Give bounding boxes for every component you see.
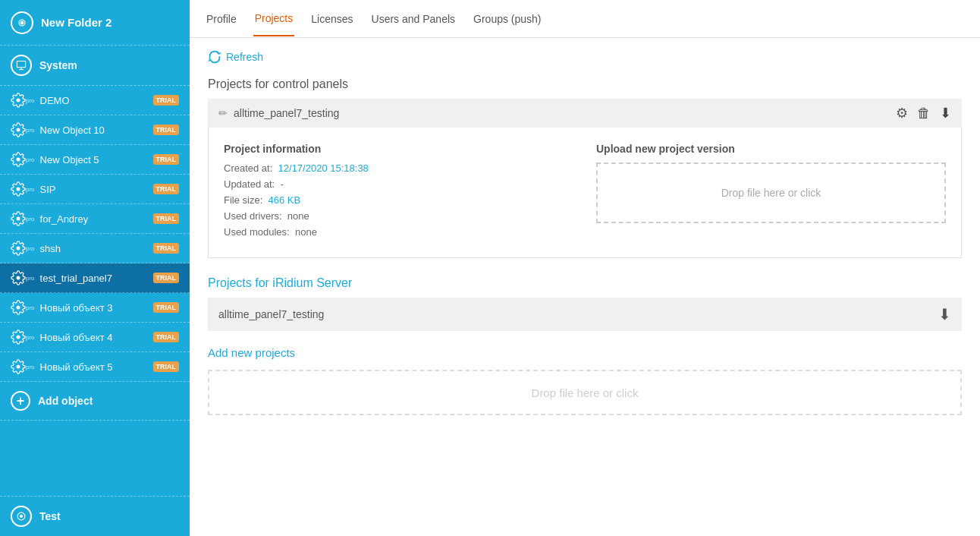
sidebar-system-section[interactable]: System bbox=[0, 46, 190, 86]
add-projects-title: Add new projects bbox=[208, 346, 962, 359]
content-area: Refresh Projects for control panels ✏ al… bbox=[190, 38, 980, 536]
gear-icon-novyi-objekt-5: pro bbox=[11, 359, 36, 374]
pencil-icon: ✏ bbox=[218, 107, 228, 119]
iridium-project-row: alltime_panel7_testing ⬇ bbox=[208, 298, 962, 331]
tab-projects[interactable]: Projects bbox=[253, 2, 295, 36]
footer-icon bbox=[11, 506, 32, 527]
sidebar-item-test-trial-panel7[interactable]: pro test_trial_panel7 TRIAL bbox=[0, 263, 190, 293]
folder-icon bbox=[11, 11, 33, 34]
drop-zone-new-text: Drop file here or click bbox=[532, 386, 639, 399]
modules-row: Used modules: none bbox=[224, 226, 573, 238]
project-detail: Project information Created at: 12/17/20… bbox=[208, 128, 962, 258]
modules-label: Used modules: bbox=[224, 226, 290, 238]
gear-icon-for-andrey: pro bbox=[11, 211, 36, 226]
trial-badge-shsh: TRIAL bbox=[153, 243, 180, 254]
sidebar-item-novyi-objekt-3[interactable]: pro Новый объект 3 TRIAL bbox=[0, 293, 190, 323]
item-label-new-object-5: New Object 5 bbox=[40, 154, 149, 166]
proj-info-title: Project information bbox=[224, 143, 573, 155]
refresh-icon bbox=[208, 50, 221, 64]
iridium-title-highlight: iRidium Server bbox=[272, 276, 352, 289]
row-actions: ⚙ 🗑 ⬇ bbox=[896, 105, 951, 121]
project-row-panels: ✏ alltime_panel7_testing ⚙ 🗑 ⬇ bbox=[208, 99, 962, 128]
updated-row: Updated at: - bbox=[224, 178, 573, 190]
sidebar-header[interactable]: New Folder 2 bbox=[0, 0, 190, 46]
project-name-panels: alltime_panel7_testing bbox=[234, 107, 896, 119]
iridium-download-icon[interactable]: ⬇ bbox=[938, 305, 951, 323]
download-icon[interactable]: ⬇ bbox=[940, 105, 951, 121]
trial-badge-new-object-10: TRIAL bbox=[153, 125, 180, 135]
sidebar-item-new-object-5[interactable]: pro New Object 5 TRIAL bbox=[0, 145, 190, 175]
gear-icon-new-object-5: pro bbox=[11, 152, 36, 167]
iridium-project-name: alltime_panel7_testing bbox=[218, 308, 938, 320]
item-label-novyi-objekt-3: Новый объект 3 bbox=[40, 302, 149, 314]
sidebar-item-sip[interactable]: pro SIP TRIAL bbox=[0, 175, 190, 204]
gear-icon-demo: pro bbox=[11, 93, 36, 108]
footer-label: Test bbox=[39, 510, 61, 522]
gear-icon-novyi-objekt-3: pro bbox=[11, 300, 36, 315]
created-value: 12/17/2020 15:18:38 bbox=[278, 162, 369, 174]
drivers-row: Used drivers: none bbox=[224, 210, 573, 222]
tab-groups[interactable]: Groups (push) bbox=[472, 2, 542, 36]
upload-label: Upload new project version bbox=[596, 143, 946, 155]
tab-users-panels[interactable]: Users and Panels bbox=[370, 2, 457, 36]
main-content: Profile Projects Licenses Users and Pane… bbox=[190, 0, 980, 536]
tab-profile[interactable]: Profile bbox=[205, 2, 238, 36]
item-label-shsh: shsh bbox=[40, 243, 149, 254]
tab-licenses[interactable]: Licenses bbox=[309, 2, 354, 36]
filesize-row: File size: 466 KB bbox=[224, 194, 573, 206]
svg-point-0 bbox=[20, 20, 24, 24]
gear-icon-new-object-10: pro bbox=[11, 122, 36, 137]
trial-badge-novyi-objekt-3: TRIAL bbox=[153, 302, 180, 313]
gear-icon-test-trial-panel7: pro bbox=[11, 270, 36, 285]
sidebar: New Folder 2 System pro DEMO TRIAL bbox=[0, 0, 190, 536]
filesize-value: 466 KB bbox=[269, 194, 301, 206]
created-row: Created at: 12/17/2020 15:18:38 bbox=[224, 162, 573, 174]
refresh-button[interactable]: Refresh bbox=[208, 50, 263, 64]
refresh-label: Refresh bbox=[226, 51, 263, 63]
upload-area-wrap: Upload new project version Drop file her… bbox=[596, 143, 946, 242]
add-object-label: Add object bbox=[38, 395, 93, 407]
trial-badge-new-object-5: TRIAL bbox=[153, 154, 180, 165]
trial-badge-demo: TRIAL bbox=[153, 95, 180, 106]
drivers-label: Used drivers: bbox=[224, 210, 282, 222]
sidebar-item-novyi-objekt-4[interactable]: pro Новый объект 4 TRIAL bbox=[0, 323, 190, 352]
gear-icon-sip: pro bbox=[11, 181, 36, 197]
item-label-new-object-10: New Object 10 bbox=[40, 125, 149, 136]
item-label-novyi-objekt-5: Новый объект 5 bbox=[40, 361, 149, 373]
sidebar-footer[interactable]: Test bbox=[0, 496, 190, 536]
project-info: Project information Created at: 12/17/20… bbox=[224, 143, 573, 242]
system-icon bbox=[11, 55, 32, 76]
trial-badge-novyi-objekt-4: TRIAL bbox=[153, 332, 180, 342]
trial-badge-novyi-objekt-5: TRIAL bbox=[153, 361, 180, 372]
item-label-demo: DEMO bbox=[40, 95, 149, 106]
gear-icon-novyi-objekt-4: pro bbox=[11, 329, 36, 345]
updated-label: Updated at: bbox=[224, 178, 275, 190]
delete-icon[interactable]: 🗑 bbox=[917, 106, 931, 121]
iridium-section: Projects for iRidium Server alltime_pane… bbox=[208, 276, 962, 331]
svg-point-5 bbox=[20, 515, 23, 518]
trial-badge-test-trial-panel7: TRIAL bbox=[153, 273, 180, 283]
item-label-sip: SIP bbox=[40, 184, 149, 195]
sidebar-header-title: New Folder 2 bbox=[41, 16, 112, 29]
sidebar-item-novyi-objekt-5[interactable]: pro Новый объект 5 TRIAL bbox=[0, 352, 190, 382]
gear-icon-shsh: pro bbox=[11, 241, 36, 256]
sidebar-item-for-andrey[interactable]: pro for_Andrey TRIAL bbox=[0, 204, 190, 234]
created-label: Created at: bbox=[224, 162, 272, 174]
top-nav: Profile Projects Licenses Users and Pane… bbox=[190, 0, 980, 38]
drivers-value: none bbox=[287, 210, 309, 222]
plus-icon: + bbox=[11, 391, 30, 411]
settings-icon[interactable]: ⚙ bbox=[896, 105, 908, 121]
item-label-for-andrey: for_Andrey bbox=[40, 213, 149, 225]
sidebar-item-demo[interactable]: pro DEMO TRIAL bbox=[0, 86, 190, 115]
drop-zone-new-projects[interactable]: Drop file here or click bbox=[208, 370, 962, 415]
sidebar-item-shsh[interactable]: pro shsh TRIAL bbox=[0, 234, 190, 263]
drop-zone-panels[interactable]: Drop file here or click bbox=[596, 162, 946, 223]
add-object-button[interactable]: + Add object bbox=[0, 382, 190, 421]
projects-for-panels-title: Projects for control panels bbox=[208, 77, 962, 91]
drop-zone-panels-text: Drop file here or click bbox=[721, 187, 821, 199]
filesize-label: File size: bbox=[224, 194, 262, 206]
updated-value: - bbox=[280, 178, 283, 190]
svg-rect-1 bbox=[17, 61, 25, 67]
modules-value: none bbox=[295, 226, 317, 238]
sidebar-item-new-object-10[interactable]: pro New Object 10 TRIAL bbox=[0, 115, 190, 145]
